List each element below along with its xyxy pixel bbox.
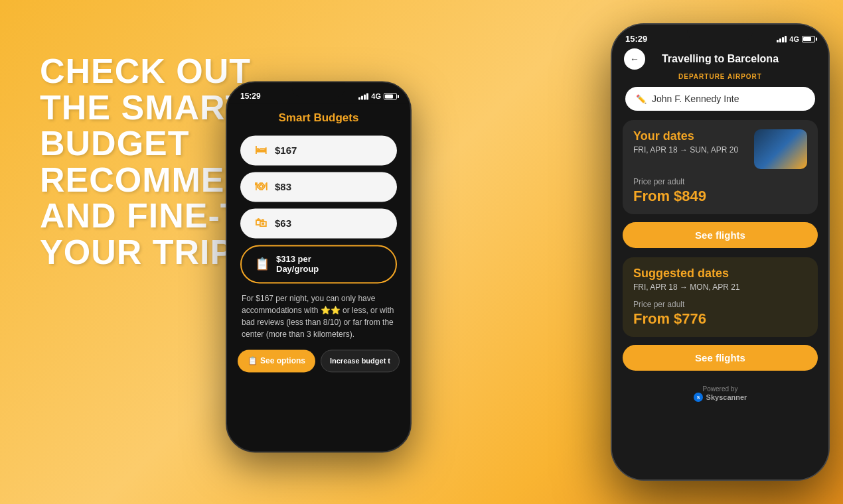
notch-left	[292, 82, 345, 97]
airport-text: John F. Kennedy Inte	[652, 94, 739, 104]
hero-title-line4: YOUR TRIP	[40, 233, 234, 271]
notch-right	[687, 25, 753, 42]
phone-left-actions: 📋 See options Increase budget t	[227, 340, 410, 372]
shopping-icon: 🛍	[254, 216, 268, 230]
total-icon: 📋	[255, 257, 269, 271]
back-button[interactable]: ←	[624, 48, 645, 70]
suggested-dates-card: Suggested dates FRI, APR 18 → MON, APR 2…	[623, 257, 818, 337]
skyscanner-name: Skyscanner	[706, 393, 747, 401]
budget-description-text: For $167 per night, you can only have ac…	[242, 294, 394, 339]
powered-by-text: Powered by	[617, 385, 823, 393]
your-dates-price-label: Price per adult	[633, 177, 807, 186]
skyscanner-icon: S	[694, 393, 703, 402]
suggested-dates-price: From $776	[633, 310, 807, 328]
your-dates-title: Your dates	[633, 129, 738, 143]
destination-title: Travelling to Barcelona	[662, 53, 779, 65]
your-dates-info: Your dates FRI, APR 18 → SUN, APR 20	[633, 129, 738, 155]
departure-label: DEPARTURE AIRPORT	[612, 70, 828, 83]
budget-description: For $167 per night, you can only have ac…	[227, 292, 410, 340]
status-icons-right: 4G	[777, 35, 815, 43]
svg-text:S: S	[696, 395, 700, 400]
suggested-dates-title: Suggested dates	[633, 267, 740, 281]
your-dates-header: Your dates FRI, APR 18 → SUN, APR 20	[623, 120, 818, 169]
suggested-dates-price-section: Price per adult From $776	[623, 292, 818, 337]
increase-budget-label: Increase budget t	[330, 357, 390, 365]
increase-budget-button[interactable]: Increase budget t	[321, 349, 400, 372]
see-options-button[interactable]: 📋 See options	[238, 349, 315, 372]
shopping-amount: $63	[275, 218, 291, 229]
see-options-icon: 📋	[248, 356, 258, 365]
battery-icon-left	[384, 93, 397, 99]
battery-icon-right	[802, 36, 815, 42]
budget-total[interactable]: 📋 $313 per Day/group	[240, 245, 397, 283]
signal-icon-left	[358, 93, 368, 99]
network-left: 4G	[371, 92, 381, 100]
suggested-dates-range: FRI, APR 18 → MON, APR 21	[633, 283, 740, 292]
phone-left: 15:29 4G Smart Budgets 🛏 $167 🍽 $83 🛍 $6…	[226, 81, 412, 452]
hotel-amount: $167	[275, 145, 297, 156]
suggested-dates-price-label: Price per adult	[633, 300, 807, 309]
pencil-icon: ✏️	[636, 94, 647, 104]
your-dates-range: FRI, APR 18 → SUN, APR 20	[633, 145, 738, 155]
suggested-dates-info: Suggested dates FRI, APR 18 → MON, APR 2…	[633, 267, 740, 292]
food-amount: $83	[275, 181, 291, 192]
back-header: ← Travelling to Barcelona	[612, 46, 828, 70]
network-right: 4G	[789, 35, 799, 43]
phone-right: 15:29 4G ← Travelling to Barcelona DEPAR…	[611, 23, 830, 481]
signal-icon-right	[777, 36, 787, 42]
your-dates-image	[754, 129, 807, 169]
total-amount: $313 per Day/group	[276, 254, 319, 274]
your-dates-see-flights-button[interactable]: See flights	[623, 222, 818, 248]
time-left: 15:29	[240, 92, 261, 101]
hero-title-line1: CHECK OUT THE SMART	[40, 52, 251, 127]
budget-option-food[interactable]: 🍽 $83	[240, 172, 397, 202]
budget-option-hotel[interactable]: 🛏 $167	[240, 135, 397, 165]
time-right: 15:29	[625, 34, 647, 44]
food-icon: 🍽	[254, 180, 268, 194]
back-arrow-icon: ←	[630, 54, 639, 64]
skyscanner-logo: S Skyscanner	[617, 393, 823, 402]
airport-input[interactable]: ✏️ John F. Kennedy Inte	[625, 87, 815, 111]
hotel-icon: 🛏	[254, 143, 268, 157]
your-dates-card: Your dates FRI, APR 18 → SUN, APR 20 Pri…	[623, 120, 818, 214]
suggested-dates-header: Suggested dates FRI, APR 18 → MON, APR 2…	[623, 257, 818, 292]
status-icons-left: 4G	[358, 92, 397, 100]
your-dates-price: From $849	[633, 188, 807, 205]
phone-right-content: 15:29 4G ← Travelling to Barcelona DEPAR…	[612, 25, 828, 479]
your-dates-price-section: Price per adult From $849	[623, 169, 818, 214]
smart-budgets-title: Smart Budgets	[227, 103, 410, 135]
see-options-label: See options	[260, 356, 305, 365]
suggested-dates-see-flights-button[interactable]: See flights	[623, 345, 818, 371]
skyscanner-footer: Powered by S Skyscanner	[612, 380, 828, 407]
budget-option-shopping[interactable]: 🛍 $63	[240, 208, 397, 238]
